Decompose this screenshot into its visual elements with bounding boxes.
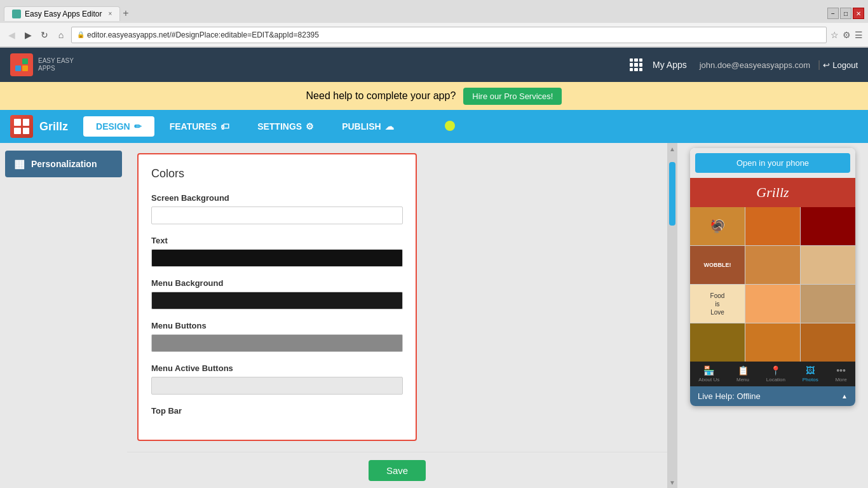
nav-location-label: Location <box>766 377 785 383</box>
icon-cell <box>23 119 30 126</box>
app-name-area: Grillz <box>10 115 68 138</box>
tab-publish[interactable]: PUBLISH ☁ <box>329 116 406 137</box>
logo-text: EASY EASY APPS <box>38 57 74 72</box>
settings-tab-icon: ⚙ <box>306 121 314 132</box>
scrollbar-track[interactable]: ▲ ▼ <box>667 143 677 488</box>
features-tab-icon: 🏷 <box>220 121 229 132</box>
nav-about[interactable]: 🏪 About Us <box>698 365 719 383</box>
logo-cell <box>15 58 21 64</box>
save-button[interactable]: Save <box>369 460 426 481</box>
url-lock-icon: 🔒 <box>77 31 85 38</box>
window-controls: − □ ✕ <box>827 8 864 19</box>
photo-cell-9 <box>801 285 855 323</box>
photo-grid: 🦃 WOBBLE! FoodisLove <box>690 207 855 362</box>
grid-dot <box>630 63 633 66</box>
color-row-top-bar: Top Bar <box>151 406 403 416</box>
app-name: Grillz <box>39 120 68 133</box>
home-btn[interactable]: ⌂ <box>55 29 67 41</box>
hire-pro-btn[interactable]: Hire our Pro Services! <box>463 88 562 105</box>
maximize-btn[interactable]: □ <box>840 8 851 19</box>
browser-chrome: Easy Easy Apps Editor × + − □ ✕ ◀ ▶ ↻ ⌂ … <box>0 0 868 48</box>
photo-cell-5 <box>745 246 800 284</box>
panel-container: Colors Screen Background Text Menu Backg… <box>127 143 667 488</box>
menu-icon[interactable]: ☰ <box>855 30 863 40</box>
text-color-input[interactable] <box>151 249 403 267</box>
menu-icon: 📋 <box>738 365 749 376</box>
cursor-indicator <box>445 121 455 131</box>
tab-title: Easy Easy Apps Editor <box>25 10 102 18</box>
header-separator: | <box>818 59 820 71</box>
my-apps-btn[interactable]: My Apps <box>648 57 692 72</box>
menu-btns-label: Menu Buttons <box>151 321 403 330</box>
nav-more[interactable]: ••• More <box>835 365 846 383</box>
forward-btn[interactable]: ▶ <box>22 29 34 41</box>
colors-panel: Colors Screen Background Text Menu Backg… <box>137 153 417 441</box>
menu-bg-label: Menu Background <box>151 278 403 288</box>
scrollbar-thumb[interactable] <box>669 162 675 226</box>
tab-settings[interactable]: SETTINGS ⚙ <box>245 116 327 137</box>
tab-design[interactable]: DESIGN ✏ <box>83 116 154 137</box>
icon-cell <box>23 128 30 135</box>
scroll-arrow-down[interactable]: ▼ <box>669 479 675 486</box>
personalization-icon: ▦ <box>14 157 25 171</box>
photo-cell-12 <box>801 323 855 362</box>
nav-photos[interactable]: 🖼 Photos <box>803 365 818 383</box>
grid-dot <box>634 68 637 71</box>
sidebar-item-personalization[interactable]: ▦ Personalization <box>5 151 122 177</box>
live-help-bar[interactable]: Live Help: Offline ▲ <box>690 386 855 406</box>
refresh-btn[interactable]: ↻ <box>38 29 51 41</box>
grid-dot <box>630 58 633 62</box>
header-actions: My Apps john.doe@easyeasyapps.com | ↩ Lo… <box>630 57 858 72</box>
logo-cell <box>15 65 21 71</box>
color-row-screen-bg: Screen Background <box>151 193 403 224</box>
nav-menu-label: Menu <box>736 377 749 383</box>
close-btn[interactable]: ✕ <box>853 8 864 19</box>
back-btn[interactable]: ◀ <box>5 29 18 41</box>
menu-active-input[interactable] <box>151 377 403 395</box>
photos-icon: 🖼 <box>806 365 815 376</box>
text-color-label: Text <box>151 236 403 245</box>
icon-cell <box>14 128 21 135</box>
colors-panel-area: Colors Screen Background Text Menu Backg… <box>127 143 667 452</box>
app-logo: EASY EASY APPS <box>10 53 74 76</box>
photo-cell-8 <box>745 285 800 323</box>
menu-bg-input[interactable] <box>151 292 403 309</box>
live-help-text: Live Help: Offline <box>698 391 761 401</box>
tab-favicon <box>12 10 21 18</box>
color-row-text: Text <box>151 236 403 267</box>
browser-tab[interactable]: Easy Easy Apps Editor × <box>4 6 120 21</box>
photo-cell-6 <box>801 246 855 284</box>
grid-dot <box>634 63 637 66</box>
phone-app-header: Grillz <box>690 178 855 207</box>
app-header: EASY EASY APPS My Apps john.doe@easyeasy… <box>0 48 868 82</box>
minimize-btn[interactable]: − <box>827 8 839 19</box>
nav-menu[interactable]: 📋 Menu <box>736 365 749 383</box>
grid-dot <box>639 68 642 71</box>
screen-bg-input[interactable] <box>151 207 403 224</box>
logout-btn[interactable]: ↩ Logout <box>823 60 858 70</box>
grid-dot <box>639 58 642 62</box>
main-content: ▦ Personalization Colors Screen Backgrou… <box>0 143 868 488</box>
design-tab-icon: ✏ <box>134 121 142 132</box>
grid-dot <box>634 58 637 62</box>
tabs-group: DESIGN ✏ FEATURES 🏷 SETTINGS ⚙ PUBLISH ☁ <box>83 116 407 137</box>
open-in-phone-btn[interactable]: Open in your phone <box>695 153 850 173</box>
nav-more-label: More <box>835 377 846 383</box>
new-tab-btn[interactable]: + <box>123 8 128 19</box>
photo-cell-2 <box>745 207 800 245</box>
tab-features[interactable]: FEATURES 🏷 <box>157 116 242 137</box>
url-box[interactable]: 🔒 editor.easyeasyapps.net/#DesignPlace:e… <box>71 27 827 43</box>
nav-location[interactable]: 📍 Location <box>766 365 785 383</box>
tab-close-btn[interactable]: × <box>108 10 112 17</box>
photo-cell-11 <box>745 323 800 362</box>
extensions-icon[interactable]: ⚙ <box>843 30 851 40</box>
url-text: editor.easyeasyapps.net/#DesignPlace:edi… <box>87 30 319 39</box>
bookmark-icon[interactable]: ☆ <box>831 30 839 40</box>
menu-btns-input[interactable] <box>151 334 403 352</box>
logout-icon: ↩ <box>823 60 830 70</box>
save-area: Save <box>127 452 667 488</box>
sidebar: ▦ Personalization <box>0 143 127 488</box>
scroll-arrow-up[interactable]: ▲ <box>669 146 675 152</box>
photo-cell-4: WOBBLE! <box>690 246 745 284</box>
menu-active-label: Menu Active Buttons <box>151 363 403 373</box>
